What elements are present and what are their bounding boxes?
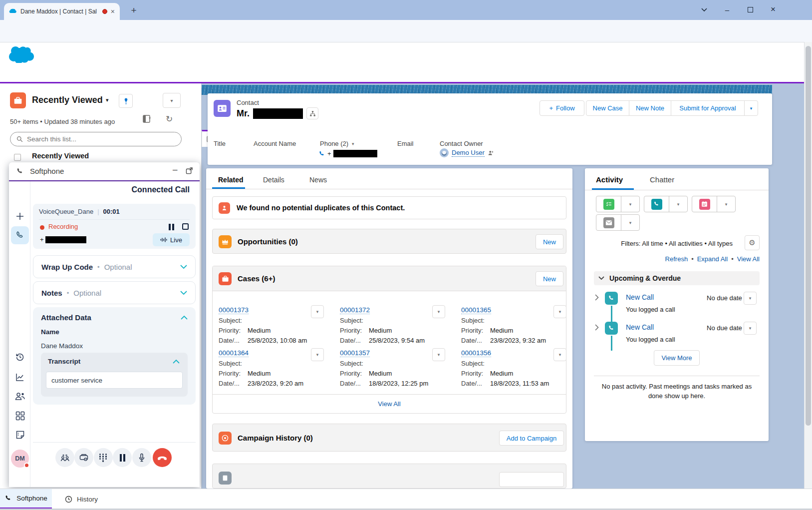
tab-chatter[interactable]: Chatter bbox=[650, 175, 674, 184]
notes-section[interactable]: Notes • Optional bbox=[33, 281, 196, 304]
campaign-history-title[interactable]: Campaign History (0) bbox=[238, 434, 313, 442]
list-search[interactable] bbox=[10, 132, 182, 146]
new-task-button[interactable]: ▾ bbox=[596, 196, 640, 212]
partial-card-button[interactable] bbox=[499, 472, 564, 487]
chevron-up-icon[interactable] bbox=[173, 359, 180, 364]
chevron-up-icon[interactable] bbox=[181, 315, 188, 320]
log-call-button[interactable]: ▾ bbox=[644, 196, 688, 212]
cases-view-all-link[interactable]: View All bbox=[378, 400, 400, 408]
case-number-link[interactable]: 00001372 bbox=[340, 306, 370, 314]
refresh-link[interactable]: Refresh bbox=[665, 255, 688, 263]
view-more-button[interactable]: View More bbox=[654, 350, 700, 366]
email-dropdown-icon[interactable]: ▾ bbox=[621, 215, 639, 230]
activity-settings-gear-button[interactable]: ⚙ bbox=[745, 235, 760, 250]
call-dropdown-icon[interactable]: ▾ bbox=[669, 196, 687, 212]
refresh-list-icon[interactable]: ↻ bbox=[166, 114, 173, 124]
tab-related[interactable]: Related bbox=[218, 176, 244, 184]
new-opportunity-button[interactable]: New bbox=[536, 234, 563, 249]
device-settings-button[interactable] bbox=[74, 448, 93, 467]
softphone-popout-button[interactable] bbox=[186, 167, 193, 174]
event-dropdown-icon[interactable]: ▾ bbox=[717, 196, 735, 212]
rail-history-icon[interactable] bbox=[14, 351, 26, 363]
tab-details[interactable]: Details bbox=[263, 176, 284, 184]
rail-new-icon[interactable] bbox=[14, 210, 26, 222]
list-view-chevron-icon[interactable]: ▾ bbox=[106, 97, 109, 103]
timeline-item-link[interactable]: New Call bbox=[626, 323, 654, 331]
new-tab-button[interactable]: + bbox=[128, 4, 140, 16]
expand-item-icon[interactable] bbox=[595, 294, 599, 301]
wrap-up-code-section[interactable]: Wrap Up Code • Optional bbox=[33, 255, 196, 278]
follow-button[interactable]: + Follow bbox=[540, 100, 584, 116]
view-hierarchy-button[interactable] bbox=[306, 107, 318, 119]
list-view-title[interactable]: Recently Viewed bbox=[32, 95, 103, 105]
pin-list-button[interactable] bbox=[119, 94, 133, 108]
list-row-label[interactable]: Recently Viewed bbox=[32, 152, 89, 160]
case-row-menu[interactable]: ▾ bbox=[432, 348, 445, 361]
case-row-menu[interactable]: ▾ bbox=[553, 348, 566, 361]
window-minimize-button[interactable]: – bbox=[720, 3, 735, 16]
row-checkbox[interactable] bbox=[14, 154, 21, 161]
activity-panel: Activity Chatter ▾ ▾ bbox=[585, 168, 769, 441]
case-number-link[interactable]: 00001364 bbox=[219, 349, 249, 357]
case-number-link[interactable]: 00001357 bbox=[340, 349, 370, 357]
pause-recording-icon[interactable] bbox=[168, 223, 175, 232]
case-number-link[interactable]: 00001356 bbox=[461, 349, 491, 357]
transcript-input[interactable] bbox=[46, 372, 183, 389]
opportunities-title[interactable]: Opportunities (0) bbox=[238, 237, 298, 246]
timeline-item-menu[interactable]: ▾ bbox=[744, 292, 757, 305]
dock-tab-history[interactable]: History bbox=[52, 489, 111, 509]
window-chevron-button[interactable] bbox=[697, 3, 712, 16]
display-picker-icon[interactable] bbox=[143, 115, 153, 123]
end-call-button[interactable] bbox=[153, 448, 172, 467]
new-event-button[interactable]: ▾ bbox=[692, 196, 736, 212]
rail-metrics-icon[interactable] bbox=[14, 371, 26, 383]
agent-avatar[interactable]: DM bbox=[11, 450, 29, 468]
stop-recording-icon[interactable] bbox=[182, 223, 189, 230]
cases-title[interactable]: Cases (6+) bbox=[238, 274, 275, 283]
browser-tab[interactable]: Dane Maddox | Contact | Sal × bbox=[4, 3, 120, 20]
rail-notes-icon[interactable] bbox=[14, 429, 26, 441]
softphone-minimize-button[interactable]: – bbox=[173, 165, 177, 175]
case-tile: 00001357 Subject: Priority:Medium Date/.… bbox=[340, 348, 432, 387]
case-row-menu[interactable]: ▾ bbox=[311, 348, 324, 361]
view-all-link[interactable]: View All bbox=[737, 255, 760, 263]
more-actions-chevron[interactable]: ▾ bbox=[744, 100, 758, 116]
window-close-button[interactable]: × bbox=[766, 3, 781, 16]
submit-approval-button[interactable]: Submit for Approval bbox=[671, 100, 745, 116]
case-row-menu[interactable]: ▾ bbox=[432, 305, 445, 318]
mute-mic-button[interactable] bbox=[132, 448, 151, 467]
new-case-button[interactable]: New Case bbox=[586, 100, 629, 116]
new-note-button[interactable]: New Note bbox=[629, 100, 671, 116]
change-owner-icon[interactable] bbox=[488, 150, 494, 156]
dock-tab-softphone[interactable]: Softphone bbox=[0, 489, 52, 509]
owner-link[interactable]: Demo User bbox=[452, 149, 485, 157]
timeline-item-link[interactable]: New Call bbox=[626, 293, 654, 301]
list-search-input[interactable] bbox=[27, 135, 175, 143]
dialpad-button[interactable] bbox=[94, 448, 113, 467]
transfer-call-button[interactable] bbox=[55, 448, 74, 467]
list-actions-dropdown[interactable]: ▾ bbox=[163, 93, 181, 108]
task-dropdown-icon[interactable]: ▾ bbox=[621, 196, 639, 212]
case-row-menu[interactable]: ▾ bbox=[311, 305, 324, 318]
expand-item-icon[interactable] bbox=[595, 324, 599, 331]
case-row-menu[interactable]: ▾ bbox=[553, 305, 566, 318]
timeline-item-menu[interactable]: ▾ bbox=[744, 322, 757, 335]
tab-activity[interactable]: Activity bbox=[596, 175, 623, 184]
case-number-link[interactable]: 00001365 bbox=[461, 306, 491, 314]
email-button[interactable]: ▾ bbox=[596, 214, 640, 231]
page-scrollbar[interactable] bbox=[804, 42, 812, 510]
rail-apps-icon[interactable] bbox=[14, 410, 26, 422]
window-maximize-button[interactable] bbox=[743, 3, 758, 16]
case-number-link[interactable]: 00001373 bbox=[219, 306, 249, 314]
rail-agents-icon[interactable] bbox=[14, 390, 26, 402]
expand-all-link[interactable]: Expand All bbox=[697, 255, 728, 263]
new-case-list-button[interactable]: New bbox=[536, 271, 563, 286]
rail-phone-icon[interactable] bbox=[11, 226, 29, 244]
hold-call-button[interactable] bbox=[113, 448, 132, 467]
upcoming-overdue-section[interactable]: Upcoming & Overdue bbox=[594, 271, 760, 285]
add-to-campaign-button[interactable]: Add to Campaign bbox=[499, 431, 564, 446]
phone-dropdown-icon[interactable]: ▾ bbox=[352, 141, 354, 146]
scrollbar-thumb[interactable] bbox=[806, 46, 811, 426]
tab-close-icon[interactable]: × bbox=[111, 8, 115, 15]
tab-news[interactable]: News bbox=[309, 176, 327, 184]
